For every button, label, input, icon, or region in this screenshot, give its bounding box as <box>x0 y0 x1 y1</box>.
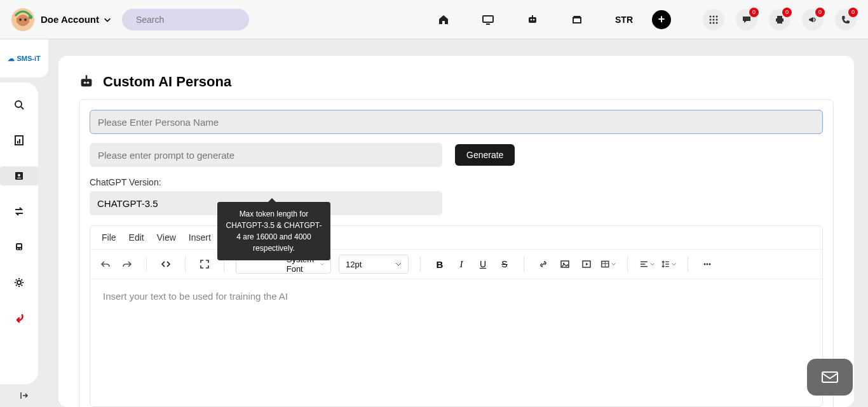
rail-search-icon[interactable] <box>0 95 38 114</box>
editor-menubar: File Edit View Insert Format <box>90 226 822 250</box>
svg-point-20 <box>713 22 715 23</box>
svg-point-17 <box>713 18 715 20</box>
chevron-down-icon <box>103 15 112 24</box>
svg-point-33 <box>17 248 18 250</box>
svg-point-34 <box>20 248 21 250</box>
svg-rect-22 <box>777 16 782 18</box>
search-input[interactable] <box>136 15 247 25</box>
menu-file[interactable]: File <box>102 232 116 243</box>
announce-icon[interactable]: 0 <box>802 9 824 30</box>
top-nav-icons: STR <box>437 13 633 26</box>
svg-rect-38 <box>81 79 92 86</box>
account-menu[interactable]: Doe Account <box>41 14 112 25</box>
persona-name-input[interactable] <box>90 110 823 134</box>
video-icon[interactable] <box>579 257 594 272</box>
announce-badge: 0 <box>815 8 825 17</box>
image-icon[interactable] <box>557 257 573 272</box>
menu-insert[interactable]: Insert <box>189 232 211 243</box>
fullscreen-icon[interactable] <box>197 257 212 272</box>
mail-icon <box>820 367 840 387</box>
version-label: ChatGPT Version: <box>90 177 823 187</box>
side-rail <box>0 83 38 384</box>
str-label[interactable]: STR <box>615 15 633 25</box>
code-icon[interactable] <box>158 257 173 272</box>
prompt-input[interactable] <box>90 143 442 167</box>
svg-point-21 <box>716 22 718 23</box>
editor-toolbar: ParagraphSystem Font 12pt B I U S <box>90 250 822 279</box>
apps-icon[interactable] <box>703 9 724 30</box>
rail-gear-icon[interactable] <box>0 273 38 292</box>
svg-point-16 <box>710 18 712 20</box>
svg-point-25 <box>15 101 22 107</box>
monitor-icon[interactable] <box>482 13 494 26</box>
svg-point-56 <box>707 264 709 265</box>
svg-point-2 <box>24 18 27 21</box>
add-button[interactable]: + <box>652 10 671 29</box>
svg-point-42 <box>86 75 87 76</box>
phone-icon[interactable]: 0 <box>835 9 857 30</box>
user-avatar[interactable] <box>11 8 34 31</box>
store-icon[interactable] <box>571 13 583 26</box>
svg-point-39 <box>84 81 86 84</box>
svg-point-3 <box>29 15 32 19</box>
rich-text-editor: File Edit View Insert Format ParagraphSy… <box>90 225 823 407</box>
svg-rect-29 <box>19 139 20 143</box>
chat-badge: 0 <box>749 8 759 17</box>
rail-report-icon[interactable] <box>0 131 38 150</box>
line-height-icon[interactable] <box>661 257 676 272</box>
phone-badge: 0 <box>848 8 858 17</box>
undo-icon[interactable] <box>98 257 113 272</box>
svg-rect-35 <box>17 244 21 247</box>
page-title: Custom AI Persona <box>103 74 231 90</box>
print-icon[interactable]: 0 <box>769 9 790 30</box>
menu-edit[interactable]: Edit <box>129 232 144 243</box>
print-badge: 0 <box>782 8 792 17</box>
svg-point-15 <box>716 15 718 17</box>
strike-icon[interactable]: S <box>497 257 512 272</box>
search-box[interactable] <box>122 9 249 30</box>
svg-point-57 <box>709 264 711 265</box>
rail-transfer-icon[interactable] <box>0 202 38 221</box>
page-title-row: Custom AI Persona <box>79 74 834 90</box>
menu-view[interactable]: View <box>157 232 176 243</box>
robot-icon <box>79 74 94 90</box>
font-size-select[interactable]: 12pt <box>339 255 409 274</box>
rail-collapse-icon[interactable] <box>0 384 48 407</box>
svg-point-19 <box>710 22 712 23</box>
home-icon[interactable] <box>437 13 450 26</box>
svg-point-9 <box>531 18 532 20</box>
editor-canvas[interactable]: Insert your text to be used for training… <box>90 279 822 406</box>
mail-float-button[interactable] <box>807 359 853 396</box>
form-card: Generate ChatGPT Version: CHATGPT-3.5 Fi… <box>79 99 834 407</box>
editor-placeholder: Insert your text to be used for training… <box>103 291 288 302</box>
app-header: Doe Account STR + 0 0 0 0 <box>0 0 868 39</box>
bold-icon[interactable]: B <box>432 257 447 272</box>
svg-rect-28 <box>17 141 18 143</box>
redo-icon[interactable] <box>119 257 135 272</box>
svg-line-26 <box>21 107 24 109</box>
svg-point-55 <box>704 264 706 265</box>
more-icon[interactable] <box>700 257 715 272</box>
rail-train-icon[interactable] <box>0 237 38 257</box>
rail-return-icon[interactable] <box>0 309 38 328</box>
link-icon[interactable] <box>536 257 551 272</box>
svg-point-40 <box>87 81 90 84</box>
chat-icon[interactable]: 0 <box>736 9 757 30</box>
token-limit-tooltip: Max token length for CHATGPT-3.5 & CHATG… <box>217 202 330 260</box>
brand-logo[interactable]: ☁ SMS-iT <box>0 39 48 77</box>
generate-button[interactable]: Generate <box>455 144 515 166</box>
underline-icon[interactable]: U <box>475 257 491 272</box>
svg-rect-6 <box>483 16 493 22</box>
svg-rect-8 <box>529 17 536 23</box>
align-icon[interactable] <box>639 257 654 272</box>
svg-point-13 <box>710 15 712 17</box>
robot-icon[interactable] <box>526 13 539 26</box>
header-right-icons: 0 0 0 0 <box>703 9 857 30</box>
rail-contact-icon[interactable] <box>0 166 38 185</box>
left-column: ☁ SMS-iT <box>0 39 48 407</box>
svg-point-36 <box>17 281 21 284</box>
svg-rect-12 <box>573 18 581 23</box>
italic-icon[interactable]: I <box>454 257 469 272</box>
table-icon[interactable] <box>600 257 616 272</box>
svg-rect-23 <box>776 18 783 22</box>
